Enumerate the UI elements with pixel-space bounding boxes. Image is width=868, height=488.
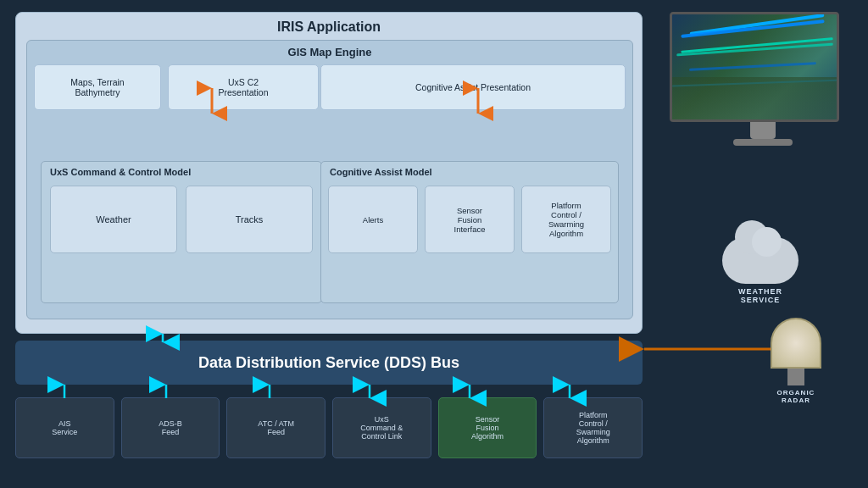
service-boxes: AIS Service ADS-B Feed ATC / ATM Feed Ux…: [15, 397, 643, 458]
weather-service-area: WEATHER SERVICE: [722, 237, 798, 304]
ads-b-feed-box: ADS-B Feed: [121, 397, 220, 458]
organic-radar-area: ORGANIC RADAR: [771, 318, 821, 404]
monitor-base: [733, 139, 793, 146]
cloud-icon: [722, 237, 798, 284]
cognitive-assist-presentation-box: Cognitive Assist Presentation: [320, 64, 626, 110]
weather-service-label: WEATHER SERVICE: [722, 287, 798, 304]
ais-service-box: AIS Service: [15, 397, 114, 458]
gis-map-engine-box: GIS Map Engine Maps, Terrain Bathymetry …: [26, 40, 633, 319]
alerts-box: Alerts: [328, 186, 418, 253]
platform-control-swarming-algorithm-box: Platform Control / Swarming Algorithm: [543, 397, 643, 458]
organic-radar-label: ORGANIC RADAR: [771, 389, 821, 404]
maps-terrain-box: Maps, Terrain Bathymetry: [34, 64, 161, 110]
weather-box: Weather: [50, 186, 177, 253]
cog-model-title: Cognitive Assist Model: [321, 162, 618, 177]
cognitive-assist-model-box: Cognitive Assist Model Alerts Sensor Fus…: [320, 161, 619, 303]
weather-tracks-row: Weather Tracks: [42, 177, 321, 253]
gis-title: GIS Map Engine: [27, 41, 632, 62]
right-panel: Cognitive Assist Presentation Cognitive …: [320, 64, 626, 310]
uxs-cmd-title: UxS Command & Control Model: [42, 162, 321, 177]
iris-application-box: IRIS Application GIS Map Engine Maps, Te…: [15, 12, 643, 334]
dds-bus: Data Distribution Service (DDS) Bus: [15, 341, 643, 385]
monitor-display: [670, 12, 856, 156]
sensor-fusion-interface-box: Sensor Fusion Interface: [425, 186, 515, 253]
uxs-c2-presentation-box: UxS C2 Presentation: [168, 64, 319, 110]
radar-base-structure: [787, 369, 804, 385]
presentation-row: Maps, Terrain Bathymetry UxS C2 Presenta…: [34, 64, 322, 110]
dds-title: Data Distribution Service (DDS) Bus: [198, 354, 459, 372]
monitor-stand: [750, 122, 776, 139]
monitor-screen: [670, 12, 839, 122]
platform-control-swarming-box: Platform Control / Swarming Algorithm: [521, 186, 611, 253]
radar-dome-icon: [771, 318, 821, 369]
alerts-row: Alerts Sensor Fusion Interface Platform …: [321, 177, 618, 253]
uxs-cmd-control-box: UxS Command & Control Model Weather Trac…: [41, 161, 322, 303]
main-container: IRIS Application GIS Map Engine Maps, Te…: [15, 12, 643, 469]
atc-atm-feed-box: ATC / ATM Feed: [226, 397, 326, 458]
uxs-cmd-control-link-box: UxS Command & Control Link: [332, 397, 431, 458]
sensor-fusion-algorithm-box: Sensor Fusion Algorithm: [438, 397, 537, 458]
tracks-box: Tracks: [186, 186, 313, 253]
left-panel: Maps, Terrain Bathymetry UxS C2 Presenta…: [34, 64, 322, 310]
iris-title: IRIS Application: [16, 13, 642, 40]
